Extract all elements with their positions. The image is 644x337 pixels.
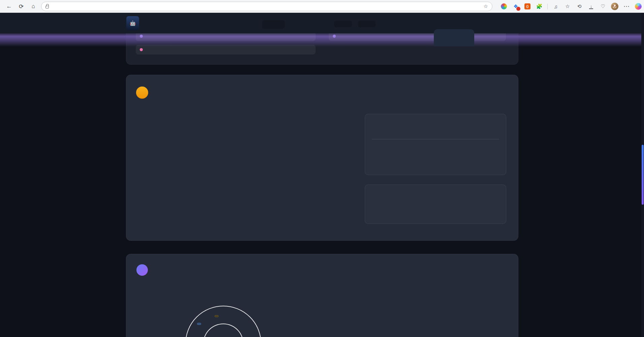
income-expense-overview-panel xyxy=(365,114,506,175)
allocation-label-5 xyxy=(215,315,219,317)
app-logo: 🤖 xyxy=(126,16,139,30)
extension-badge xyxy=(516,7,520,11)
allocation-label-15 xyxy=(197,323,201,325)
scrollbar-thumb[interactable] xyxy=(642,145,644,205)
extension-row: ❖ {} 🧩 ♫ ☆ ⟲ ↓ ♡ 🐶 ⋯ xyxy=(500,0,642,13)
nav-item-financial-profile-active[interactable] xyxy=(434,29,474,46)
home-icon[interactable]: ⌂ xyxy=(28,0,38,13)
divider xyxy=(372,139,499,139)
category-dot-icon xyxy=(140,35,143,38)
extension-orange-icon[interactable]: {} xyxy=(524,2,531,10)
category-dot-icon xyxy=(140,48,143,51)
asset-row[interactable] xyxy=(136,45,316,55)
expense-donut-chart[interactable] xyxy=(188,108,302,222)
portfolio-radar-chart[interactable] xyxy=(364,298,466,337)
address-bar[interactable]: ☆ xyxy=(41,2,492,11)
media-icon[interactable]: ♫ xyxy=(552,2,559,10)
health-advice-panel xyxy=(365,184,506,224)
nav-item-info-collect[interactable] xyxy=(397,13,399,33)
extension-colorball-icon[interactable] xyxy=(500,2,508,10)
nav-placeholder xyxy=(262,20,285,29)
robot-logo-icon: 🤖 xyxy=(130,21,136,26)
favorites-icon[interactable]: ☆ xyxy=(564,2,571,10)
refresh-icon[interactable]: ⟳ xyxy=(16,0,26,13)
history-icon[interactable]: ⟲ xyxy=(576,2,583,10)
nav-placeholder xyxy=(334,21,352,27)
nav-item-planning[interactable] xyxy=(484,13,487,33)
extension-blue-icon[interactable]: ❖ xyxy=(512,2,519,10)
browser-essentials-icon[interactable]: ♡ xyxy=(599,2,607,10)
lock-icon xyxy=(45,6,49,8)
sun-icon xyxy=(136,87,148,99)
copilot-icon[interactable] xyxy=(635,2,642,10)
bookmark-star-icon[interactable]: ☆ xyxy=(484,3,488,9)
nav-item-home[interactable] xyxy=(364,13,367,33)
downloads-icon[interactable]: ↓ xyxy=(587,2,595,10)
page: ← ⟳ ⌂ ☆ ❖ {} 🧩 ♫ ☆ ⟲ ↓ ♡ 🐶 ⋯ 🤖 xyxy=(0,0,644,337)
settings-menu-icon[interactable]: ⋯ xyxy=(623,2,630,10)
app-header: 🤖 xyxy=(0,13,644,33)
toolbar-divider xyxy=(547,4,548,9)
category-dot-icon xyxy=(333,35,336,38)
scrollbar-track[interactable] xyxy=(641,13,644,337)
profile-avatar[interactable]: 🐶 xyxy=(611,2,618,10)
browser-toolbar: ← ⟳ ⌂ ☆ ❖ {} 🧩 ♫ ☆ ⟲ ↓ ♡ 🐶 ⋯ xyxy=(0,0,644,13)
extensions-puzzle-icon[interactable]: 🧩 xyxy=(536,2,543,10)
lightbulb-icon xyxy=(136,264,148,276)
back-icon[interactable]: ← xyxy=(4,0,14,13)
